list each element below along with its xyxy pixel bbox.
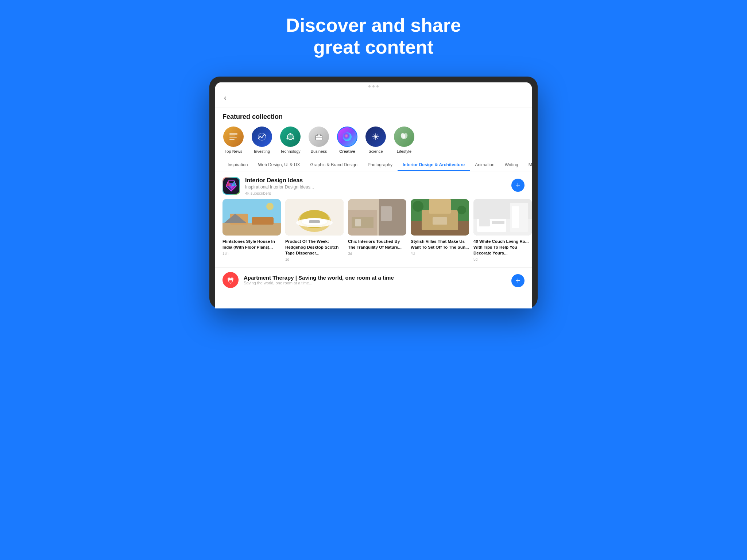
collection1-name: Interior Design Ideas — [245, 177, 506, 184]
collection1-add-button[interactable]: + — [511, 179, 525, 192]
status-dots — [368, 85, 379, 88]
technology-label: Technology — [280, 149, 301, 153]
science-icon — [365, 127, 386, 147]
tablet-screen: ‹ Featured collection Top News — [215, 82, 532, 308]
collection2-logo — [222, 272, 239, 288]
collection1-subs: 4k subscribers — [245, 191, 506, 195]
svg-rect-2 — [229, 136, 235, 136]
tab-graphic-brand[interactable]: Graphic & Brand Design — [305, 159, 363, 171]
article-time-2: 3d — [348, 252, 406, 256]
article-time-4: 5d — [473, 257, 532, 261]
category-business[interactable]: Business — [308, 127, 330, 153]
svg-rect-1 — [229, 133, 237, 135]
article-time-3: 4d — [411, 252, 469, 256]
status-dot-3 — [376, 85, 379, 88]
tab-inspiration[interactable]: Inspiration — [222, 159, 253, 171]
article-title-2: Chic Interiors Touched By The Tranquilit… — [348, 238, 406, 250]
tab-writing[interactable]: Writing — [500, 159, 523, 171]
svg-rect-49 — [381, 206, 392, 221]
svg-rect-45 — [309, 220, 320, 223]
collection2-add-button[interactable]: + — [511, 274, 525, 287]
status-dot-2 — [372, 85, 375, 88]
investing-label: Investing — [254, 149, 270, 153]
creative-icon — [337, 127, 357, 147]
article-card-1[interactable]: Product Of The Week: Hedgehog Desktop Sc… — [285, 199, 344, 261]
article-title-1: Product Of The Week: Hedgehog Desktop Sc… — [285, 238, 344, 256]
science-label: Science — [368, 149, 383, 153]
app-header: ‹ — [215, 89, 532, 108]
tab-interior-design[interactable]: Interior Design & Architecture — [398, 159, 470, 171]
svg-rect-56 — [433, 217, 447, 225]
svg-point-10 — [293, 137, 294, 139]
article-title-0: Flintstones Style House In India (With F… — [222, 238, 281, 250]
svg-rect-37 — [252, 217, 274, 225]
hero-title: Discover and share great content — [286, 15, 461, 58]
business-icon — [309, 127, 329, 147]
category-creative[interactable]: Creative — [336, 127, 358, 153]
collection1-header: Interior Design Ideas Inspirational Inte… — [215, 171, 532, 199]
status-bar — [215, 82, 532, 89]
svg-rect-61 — [479, 219, 490, 226]
svg-rect-65 — [512, 206, 519, 228]
svg-rect-0 — [227, 131, 240, 143]
investing-icon — [252, 127, 272, 147]
article-image-2 — [348, 199, 406, 236]
lifestyle-label: Lifestyle — [397, 149, 411, 153]
business-label: Business — [311, 149, 327, 153]
svg-rect-35 — [222, 223, 281, 236]
svg-point-9 — [290, 133, 291, 135]
tab-web-design[interactable]: Web Design, UI & UX — [253, 159, 305, 171]
article-title-4: 40 White Couch Living Ro... With Tips To… — [473, 238, 532, 256]
article-card-4[interactable]: 40 White Couch Living Ro... With Tips To… — [473, 199, 532, 261]
svg-point-23 — [375, 136, 377, 138]
lifestyle-icon — [394, 127, 414, 147]
status-dot-1 — [368, 85, 371, 88]
svg-point-17 — [343, 132, 352, 141]
section-title: Featured collection — [222, 113, 525, 121]
svg-point-58 — [457, 206, 466, 214]
category-science[interactable]: Science — [365, 127, 387, 153]
collection1-info: Interior Design Ideas Inspirational Inte… — [245, 177, 506, 195]
category-technology[interactable]: Technology — [279, 127, 301, 153]
article-title-3: Stylish Villas That Make Us Want To Set … — [411, 238, 469, 250]
categories-row: Top News Investing — [215, 127, 532, 159]
back-button[interactable]: ‹ — [222, 92, 228, 103]
collection1-desc: Inspirational Interior Design Ideas... — [245, 184, 506, 190]
tab-photography[interactable]: Photography — [363, 159, 398, 171]
collection2-header: Apartment Therapy | Saving the world, on… — [215, 267, 532, 292]
svg-rect-55 — [429, 199, 451, 214]
collection2-info: Apartment Therapy | Saving the world, on… — [244, 275, 506, 285]
svg-point-11 — [287, 137, 289, 139]
article-image-0 — [222, 199, 281, 236]
article-card-3[interactable]: Stylish Villas That Make Us Want To Set … — [411, 199, 469, 261]
collection1-logo — [222, 177, 240, 195]
creative-label: Creative — [339, 149, 355, 153]
top-news-label: Top News — [225, 149, 242, 153]
category-top-news[interactable]: Top News — [222, 127, 244, 153]
article-image-3 — [411, 199, 469, 236]
svg-rect-4 — [229, 139, 235, 140]
article-card-2[interactable]: Chic Interiors Touched By The Tranquilit… — [348, 199, 406, 261]
svg-rect-14 — [317, 134, 320, 136]
svg-point-5 — [256, 131, 268, 143]
collection2-name: Apartment Therapy | Saving the world, on… — [244, 275, 506, 281]
tabs-row: Inspiration Web Design, UI & UX Graphic … — [215, 159, 532, 171]
article-image-1 — [285, 199, 344, 236]
svg-rect-51 — [355, 219, 361, 226]
article-image-4 — [473, 199, 532, 236]
svg-rect-62 — [492, 221, 504, 224]
article-card-0[interactable]: Flintstones Style House In India (With F… — [222, 199, 281, 261]
category-investing[interactable]: Investing — [251, 127, 273, 153]
articles-row: Flintstones Style House In India (With F… — [215, 199, 532, 267]
category-lifestyle[interactable]: Lifestyle — [393, 127, 415, 153]
article-time-1: 1d — [285, 257, 344, 261]
svg-rect-50 — [352, 217, 374, 228]
technology-icon — [280, 127, 301, 147]
top-news-icon — [223, 127, 244, 147]
collection2-desc: Saving the world, one room at a time... — [244, 281, 506, 285]
svg-point-38 — [266, 203, 274, 210]
tab-animation[interactable]: Animation — [470, 159, 499, 171]
article-time-0: 16h — [222, 252, 281, 256]
tab-music-production[interactable]: Music Production — [523, 159, 532, 171]
svg-rect-3 — [229, 137, 237, 138]
